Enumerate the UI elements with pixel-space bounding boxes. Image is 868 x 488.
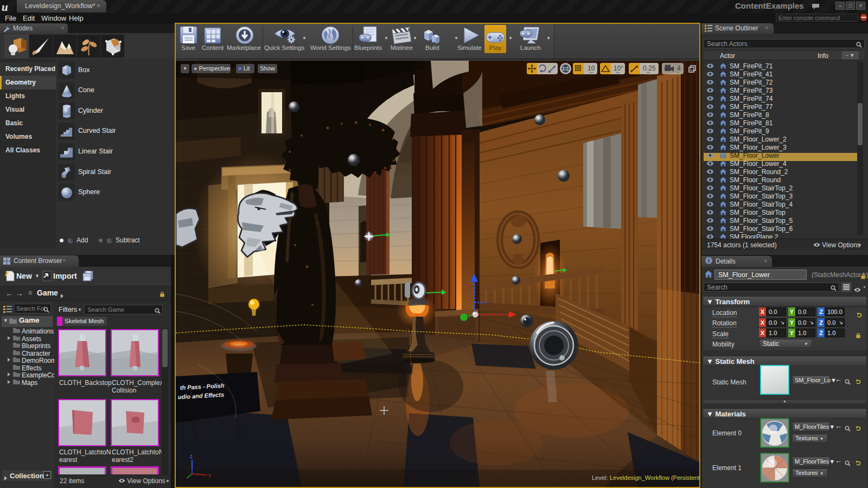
svg-text:4: 4 [677, 65, 681, 72]
svg-text:SM_FirePit_9: SM_FirePit_9 [730, 127, 769, 135]
svg-text:0.25: 0.25 [643, 65, 656, 72]
svg-text:SM_FirePit_73: SM_FirePit_73 [730, 87, 773, 94]
svg-text:SM_FirePit_71: SM_FirePit_71 [730, 62, 773, 70]
svg-text:10°: 10° [614, 65, 623, 72]
svg-text:SM_Floor_StairTop_5: SM_Floor_StairTop_5 [730, 217, 793, 224]
svg-text:10: 10 [588, 65, 595, 72]
svg-text:SM_Floor_StairTop_4: SM_Floor_StairTop_4 [730, 201, 793, 208]
svg-text:SM_Floor_Round_2: SM_Floor_Round_2 [730, 168, 788, 176]
svg-text:SM_Floor_Lower_2: SM_Floor_Lower_2 [730, 136, 787, 143]
svg-text:z: z [190, 453, 193, 459]
svg-text:SM_Floor_Lower_3: SM_Floor_Lower_3 [730, 144, 787, 151]
svg-text:SM_FirePit_72: SM_FirePit_72 [730, 79, 773, 86]
svg-text:SM_Floor_StairTop_6: SM_Floor_StairTop_6 [730, 225, 793, 233]
svg-text:SM_FirePit_8: SM_FirePit_8 [730, 111, 769, 119]
svg-text:SM_Floor_StairTop_3: SM_Floor_StairTop_3 [730, 192, 793, 200]
svg-text:SM_FirePit_41: SM_FirePit_41 [730, 70, 773, 78]
svg-text:Level:: Level: [592, 474, 608, 481]
svg-text:SM_Floor_StairTop_2: SM_Floor_StairTop_2 [730, 184, 793, 192]
svg-text:Leveldesign_Workflow (Persiste: Leveldesign_Workflow (Persistent) [610, 474, 699, 481]
svg-text:SM_Floor_Lower: SM_Floor_Lower [730, 152, 779, 159]
svg-text:SM_Floor_Round: SM_Floor_Round [730, 176, 781, 184]
svg-text:SM_Floor_Lower_4: SM_Floor_Lower_4 [730, 160, 787, 168]
svg-text:SM_FirePit_81: SM_FirePit_81 [730, 119, 773, 127]
svg-text:SM_Floor_StairTop: SM_Floor_StairTop [730, 209, 786, 216]
svg-text:SM_FirePit_74: SM_FirePit_74 [730, 95, 773, 102]
svg-text:SM_FirePit_77: SM_FirePit_77 [730, 103, 773, 111]
